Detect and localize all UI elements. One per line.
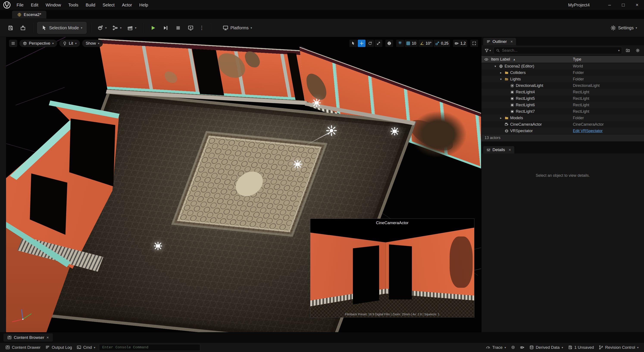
outliner-row-cinecameraactor[interactable]: CineCameraActor CineCameraActor: [482, 121, 644, 128]
rotate-tool-button[interactable]: [366, 40, 374, 47]
type-column-header[interactable]: Type: [573, 57, 644, 62]
rect-light-gizmo[interactable]: [153, 241, 163, 251]
close-icon[interactable]: ×: [509, 148, 511, 152]
outliner-row-escena2[interactable]: ▾Escena2 (Editor) World: [482, 63, 644, 70]
trace-dropdown[interactable]: Trace ▾: [484, 343, 508, 352]
perspective-dropdown[interactable]: Perspective ▾: [20, 40, 57, 47]
rect-light-gizmo[interactable]: [293, 159, 302, 169]
surface-snap-toggle[interactable]: [396, 40, 404, 47]
viewport-3d[interactable]: Perspective ▾ Lit ▾ Show ▾: [6, 37, 481, 332]
save-button[interactable]: [5, 22, 16, 34]
minimize-button[interactable]: –: [602, 0, 616, 10]
blueprints-dropdown[interactable]: ▾: [110, 22, 124, 34]
rect-light-icon: [510, 103, 514, 107]
scene-debris: [410, 111, 466, 158]
close-icon[interactable]: ×: [46, 335, 49, 340]
eye-icon: [484, 57, 488, 62]
rect-light-gizmo[interactable]: [390, 126, 400, 136]
directional-light-gizmo[interactable]: [326, 125, 337, 136]
restore-button[interactable]: □: [616, 0, 630, 10]
create-folder-button[interactable]: [624, 47, 632, 54]
derived-data-dropdown[interactable]: Derived Data ▾: [527, 343, 566, 352]
edit-vrspectator-link[interactable]: Edit VRSpectator: [573, 129, 644, 133]
outliner-row-rectlight6[interactable]: RectLight6 RectLight: [482, 102, 644, 108]
filter-icon: [484, 48, 489, 52]
outliner-settings-button[interactable]: [634, 47, 642, 54]
toolbar-divider: [33, 23, 33, 33]
close-icon[interactable]: ×: [510, 40, 513, 44]
search-options-caret[interactable]: ▾: [618, 49, 620, 52]
world-local-toggle[interactable]: [385, 40, 393, 47]
outliner-row-rectlight7[interactable]: RectLight7 RectLight: [482, 108, 644, 115]
outliner-row-colliders[interactable]: ▸Colliders Folder: [482, 70, 644, 76]
item-label-column-header[interactable]: Item Label ▲: [491, 57, 573, 62]
stop-button[interactable]: [172, 22, 184, 34]
content-drawer-button[interactable]: Content Drawer: [3, 343, 43, 352]
quick-add-dropdown[interactable]: ▾: [95, 22, 109, 34]
filter-button[interactable]: ▾: [484, 47, 492, 54]
cmd-dropdown[interactable]: Cmd ▾: [74, 343, 98, 352]
play-button[interactable]: [148, 22, 159, 34]
search-icon: [496, 48, 500, 52]
selection-mode-dropdown[interactable]: Selection Mode ▾: [37, 22, 86, 34]
tab-content-browser[interactable]: Content Browser ×: [4, 334, 53, 342]
scale-tool-button[interactable]: [374, 40, 382, 47]
menu-actor[interactable]: Actor: [118, 1, 136, 9]
platforms-dropdown[interactable]: Platforms ▾: [220, 22, 254, 34]
tab-details[interactable]: Details ×: [483, 146, 514, 154]
outliner-row-rectlight5[interactable]: RectLight5 RectLight: [482, 95, 644, 102]
select-tool-button[interactable]: [349, 40, 357, 47]
settings-dropdown[interactable]: Settings ▾: [608, 22, 639, 34]
menu-tools[interactable]: Tools: [65, 1, 82, 9]
database-icon: [529, 345, 534, 350]
rotation-snap-toggle[interactable]: 10°: [418, 40, 433, 47]
menu-edit[interactable]: Edit: [27, 1, 42, 9]
launch-button[interactable]: [185, 22, 196, 34]
row-label: DirectionalLight: [516, 83, 543, 88]
console-command-input[interactable]: [102, 345, 198, 350]
menu-window[interactable]: Window: [42, 1, 65, 9]
viewport-options-button[interactable]: [9, 40, 17, 47]
outliner-row-rectlight4[interactable]: RectLight4 RectLight: [482, 89, 644, 95]
row-label: CineCameraActor: [510, 122, 542, 127]
folder-icon: [504, 116, 509, 120]
level-tab-escena2[interactable]: Escena2*: [12, 11, 46, 18]
output-log-button[interactable]: Output Log: [43, 343, 74, 352]
expander-icon[interactable]: ▸: [499, 71, 503, 74]
search-input[interactable]: [502, 48, 616, 53]
cinematics-dropdown[interactable]: ▾: [125, 22, 138, 34]
menu-select[interactable]: Select: [99, 1, 118, 9]
maximize-viewport-button[interactable]: [470, 40, 478, 47]
tab-outliner[interactable]: Outliner ×: [483, 38, 516, 45]
session-record-button[interactable]: [508, 343, 518, 352]
viewport-area: Perspective ▾ Lit ▾ Show ▾: [0, 37, 481, 332]
show-flags-dropdown[interactable]: Show ▾: [82, 40, 103, 47]
grid-snap-toggle[interactable]: 10: [404, 40, 418, 47]
visibility-column-header[interactable]: [482, 57, 491, 62]
expander-icon[interactable]: ▾: [499, 78, 503, 81]
content-import-button[interactable]: [17, 22, 28, 34]
play-options-kebab[interactable]: ⋮: [198, 25, 206, 31]
menu-build[interactable]: Build: [82, 1, 99, 9]
unsaved-indicator[interactable]: 1 Unsaved: [566, 343, 596, 352]
expander-icon[interactable]: ▾: [493, 64, 498, 68]
row-type: Folder: [573, 116, 644, 120]
menu-file[interactable]: File: [13, 1, 27, 9]
viewport-snapshot-button[interactable]: [518, 343, 527, 352]
expander-icon[interactable]: ▸: [499, 116, 503, 120]
close-button[interactable]: ×: [630, 0, 644, 10]
unreal-logo-icon[interactable]: [3, 1, 11, 9]
move-tool-button[interactable]: [358, 40, 366, 47]
outliner-row-models[interactable]: ▸Models Folder: [482, 115, 644, 121]
outliner-row-lights[interactable]: ▾Lights Folder: [482, 76, 644, 82]
drawer-icon: [6, 345, 10, 350]
rect-light-gizmo[interactable]: [312, 98, 322, 108]
scale-snap-toggle[interactable]: 0,25: [434, 40, 450, 47]
revision-control-dropdown[interactable]: Revision Control ▾: [596, 343, 641, 352]
camera-speed-button[interactable]: 1,2: [453, 40, 467, 47]
outliner-row-vrspectator[interactable]: VRSpectator Edit VRSpectator: [482, 128, 644, 134]
menu-help[interactable]: Help: [136, 1, 152, 9]
frame-skip-button[interactable]: [160, 22, 171, 34]
view-mode-dropdown[interactable]: Lit ▾: [59, 40, 80, 47]
outliner-row-directionallight[interactable]: DirectionalLight DirectionalLight: [482, 82, 644, 89]
